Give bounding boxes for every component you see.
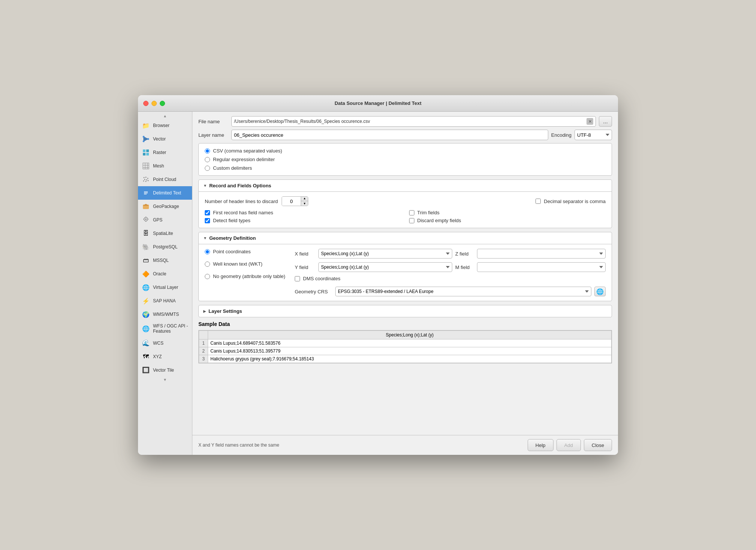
trim-fields-label[interactable]: Trim fields [417, 210, 440, 215]
discard-empty-fields-checkbox[interactable] [409, 218, 414, 223]
custom-label[interactable]: Custom delimiters [213, 165, 252, 171]
layer-name-label: Layer name [198, 132, 228, 138]
spinner-buttons: ▲ ▼ [301, 196, 308, 206]
sidebar-item-sap-hana[interactable]: ⚡ SAP HANA [138, 294, 192, 308]
wkt-label[interactable]: Well known text (WKT) [213, 261, 262, 267]
file-browse-button[interactable]: … [599, 116, 612, 127]
dms-label[interactable]: DMS coordinates [303, 276, 340, 281]
layer-settings-header[interactable]: ▶ Layer Settings [199, 305, 612, 317]
header-lines-label: Number of header lines to discard [205, 199, 278, 204]
layer-settings-arrow: ▶ [203, 309, 206, 313]
regexp-radio[interactable] [205, 157, 210, 162]
geometry-type-options: Point coordinates Well known text (WKT) … [205, 249, 287, 296]
sample-row-1-num: 1 [199, 339, 208, 347]
sample-table-col-header: Species;Long (x);Lat (y) [208, 331, 612, 339]
bottom-bar: X and Y field names cannot be the same H… [192, 435, 618, 455]
raster-icon [142, 148, 150, 157]
sidebar-item-oracle[interactable]: 🔶 Oracle [138, 267, 192, 281]
sidebar-item-postgresql[interactable]: 🐘 PostgreSQL [138, 240, 192, 254]
sidebar-item-wcs[interactable]: 🌊 WCS [138, 336, 192, 350]
decimal-separator-checkbox[interactable] [536, 199, 541, 204]
sidebar-item-xyz[interactable]: 🗺 XYZ [138, 350, 192, 363]
detect-field-types-checkbox[interactable] [205, 218, 210, 223]
first-record-checkbox[interactable] [205, 210, 210, 215]
sidebar-item-mesh[interactable]: Mesh [138, 159, 192, 173]
titlebar: Data Source Manager | Delimited Text [138, 95, 618, 112]
sidebar-item-vector-tile[interactable]: 🔲 Vector Tile [138, 363, 192, 377]
spinner-up-button[interactable]: ▲ [301, 196, 308, 201]
xyz-icon: 🗺 [142, 353, 150, 361]
help-button[interactable]: Help [528, 439, 554, 451]
x-field-label: X field [295, 251, 315, 257]
layer-name-input[interactable] [231, 130, 548, 140]
csv-label[interactable]: CSV (comma separated values) [213, 148, 282, 154]
svg-point-28 [145, 218, 147, 220]
add-button[interactable]: Add [556, 439, 581, 451]
header-lines-input[interactable] [282, 196, 301, 206]
point-coords-label[interactable]: Point coordinates [213, 249, 250, 254]
record-options-header[interactable]: ▼ Record and Fields Options [199, 180, 612, 192]
svg-rect-6 [143, 153, 146, 155]
sidebar-item-gps[interactable]: GPS [138, 213, 192, 227]
x-field-select[interactable]: Species;Long (x);Lat (y) [318, 249, 452, 259]
dms-checkbox[interactable] [295, 276, 300, 281]
svg-point-13 [144, 177, 145, 178]
discard-empty-fields-label[interactable]: Discard empty fields [417, 218, 461, 223]
no-geometry-label[interactable]: No geometry (attribute only table) [213, 274, 285, 279]
svg-rect-5 [146, 149, 149, 152]
sample-data-wrapper[interactable]: Species;Long (x);Lat (y) 1 Canis Lupus;1… [198, 330, 612, 363]
close-button[interactable]: Close [584, 439, 612, 451]
minimize-window-button[interactable] [152, 101, 157, 106]
geometry-section: ▼ Geometry Definition Point coordinates [198, 232, 612, 301]
sidebar-item-wms-wmts[interactable]: 🌍 WMS/WMTS [138, 308, 192, 321]
regexp-label[interactable]: Regular expression delimiter [213, 157, 275, 162]
maximize-window-button[interactable] [160, 101, 165, 106]
crs-globe-button[interactable]: 🌐 [594, 287, 606, 296]
sidebar-item-browser[interactable]: 📁 Browser [138, 119, 192, 132]
sidebar-item-point-cloud[interactable]: Point Cloud [138, 173, 192, 186]
sidebar-item-raster[interactable]: Raster [138, 146, 192, 159]
detect-field-types-label[interactable]: Detect field types [213, 218, 250, 223]
sample-data-title: Sample Data [198, 321, 612, 327]
geopackage-icon [142, 202, 150, 211]
panel-scroll-area[interactable]: File name /Users/berenice/Desktop/Thesis… [192, 112, 618, 435]
sidebar-item-wfs-ogc[interactable]: 🌐 WFS / OGC API - Features [138, 321, 192, 336]
y-field-label: Y field [295, 265, 315, 270]
sidebar-item-mssql[interactable]: 🗃 MSSQL [138, 254, 192, 267]
close-window-button[interactable] [143, 101, 148, 106]
y-field-select[interactable]: Species;Long (x);Lat (y) [318, 262, 452, 272]
spinner-down-button[interactable]: ▼ [301, 201, 308, 206]
bottom-buttons: Help Add Close [528, 439, 612, 451]
sample-table-row-1: 1 Canis Lupus;14.689407;51.583576 [199, 339, 612, 347]
svg-point-15 [147, 178, 148, 179]
sample-row-2-num: 2 [199, 347, 208, 355]
wkt-radio[interactable] [205, 262, 210, 267]
z-field-select[interactable] [477, 249, 606, 259]
decimal-separator-label[interactable]: Decimal separator is comma [544, 199, 606, 204]
sidebar-item-vector[interactable]: Vector [138, 132, 192, 146]
record-options-arrow: ▼ [203, 184, 207, 188]
sidebar-item-geopackage[interactable]: GeoPackage [138, 200, 192, 213]
x-field-row: X field Species;Long (x);Lat (y) Z field [295, 249, 606, 259]
sidebar-label-spatialite: SpatiaLite [153, 231, 173, 236]
csv-radio[interactable] [205, 148, 210, 154]
file-clear-button[interactable]: ✕ [586, 118, 593, 125]
point-coords-radio[interactable] [205, 249, 210, 254]
sidebar-item-spatialite[interactable]: 🗄 SpatiaLite [138, 227, 192, 240]
first-record-label[interactable]: First record has field names [213, 210, 273, 215]
custom-radio[interactable] [205, 166, 210, 171]
header-lines-row: Number of header lines to discard ▲ ▼ [205, 196, 606, 206]
sidebar-item-delimited-text[interactable]: Delimited Text [138, 186, 192, 200]
sample-row-3-num: 3 [199, 355, 208, 363]
main-content: ▲ 📁 Browser Vector Raster [138, 112, 618, 455]
file-format-content: CSV (comma separated values) Regular exp… [199, 143, 612, 175]
crs-select[interactable]: EPSG:3035 - ETRS89-extended / LAEA Europ… [335, 287, 591, 296]
trim-fields-checkbox[interactable] [409, 210, 414, 215]
no-geometry-radio[interactable] [205, 274, 210, 279]
file-path-text: /Users/berenice/Desktop/Thesis_Results/0… [234, 119, 586, 124]
m-field-select[interactable] [477, 262, 606, 272]
geometry-header[interactable]: ▼ Geometry Definition [199, 232, 612, 244]
encoding-select[interactable]: UTF-8 [574, 130, 612, 140]
no-geometry-row: No geometry (attribute only table) [205, 274, 287, 279]
sidebar-item-virtual-layer[interactable]: 🌐 Virtual Layer [138, 281, 192, 294]
